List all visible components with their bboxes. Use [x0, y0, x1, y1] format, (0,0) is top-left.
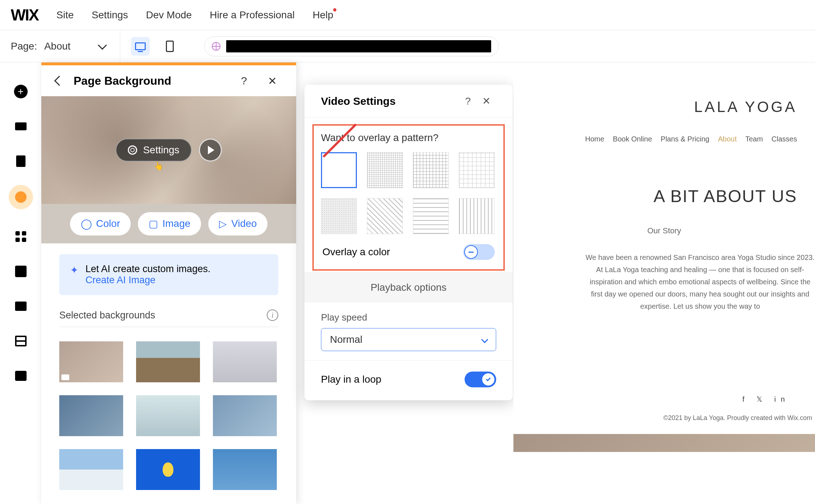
business-button[interactable] — [13, 368, 28, 383]
pages-button[interactable] — [13, 154, 28, 169]
panel-header: Page Background ? ✕ — [41, 65, 296, 96]
about-subheading: Our Story — [513, 206, 815, 235]
bg-thumb[interactable] — [59, 341, 123, 382]
play-speed-label: Play speed — [321, 312, 496, 323]
bg-thumb[interactable] — [59, 395, 123, 436]
bg-thumb[interactable] — [59, 449, 123, 490]
site-footer: ©2021 by LaLa Yoga. Proudly created with… — [513, 403, 815, 422]
panel-title: Page Background — [74, 74, 225, 88]
bg-thumb[interactable] — [136, 341, 200, 382]
about-heading: A BIT ABOUT US — [513, 143, 815, 206]
sections-button[interactable] — [13, 119, 28, 134]
info-icon[interactable]: i — [267, 309, 278, 321]
pattern-vertical[interactable] — [459, 198, 495, 234]
gear-icon — [128, 145, 137, 155]
pattern-grid-fine[interactable] — [367, 152, 403, 188]
linkedin-icon[interactable]: in — [774, 395, 790, 403]
image-icon: ▢ — [149, 218, 158, 230]
nav-team[interactable]: Team — [745, 135, 763, 143]
back-icon[interactable] — [54, 76, 64, 86]
overlay-color-label: Overlay a color — [322, 246, 390, 258]
media-button[interactable] — [13, 299, 28, 314]
close-icon[interactable]: ✕ — [263, 75, 282, 87]
pattern-grid-medium[interactable] — [413, 152, 449, 188]
bg-thumb[interactable] — [213, 395, 277, 436]
nav-about[interactable]: About — [718, 135, 737, 143]
left-rail: + — [0, 62, 41, 504]
nav-book[interactable]: Book Online — [613, 135, 652, 143]
video-icon: ▷ — [219, 218, 227, 230]
settings-button[interactable]: Settings 👆 — [116, 139, 191, 162]
pattern-noise[interactable] — [321, 198, 357, 234]
apps-button[interactable] — [13, 229, 28, 244]
pattern-grid — [321, 152, 496, 234]
bg-thumb[interactable] — [213, 341, 277, 382]
menu-settings[interactable]: Settings — [92, 9, 128, 21]
twitter-icon[interactable]: 𝕏 — [756, 395, 767, 403]
play-speed-select[interactable]: Normal — [321, 328, 496, 351]
overlay-color-toggle[interactable] — [463, 244, 495, 260]
ai-banner-text: Let AI create custom images. — [85, 263, 210, 275]
play-speed-section: Play speed Normal — [304, 303, 513, 361]
video-settings-header: Video Settings ? ✕ — [304, 85, 513, 118]
puzzle-icon — [15, 266, 27, 277]
pattern-horizontal[interactable] — [413, 198, 449, 234]
pattern-none[interactable] — [321, 152, 357, 188]
globe-icon — [212, 42, 220, 51]
add-button[interactable]: + — [13, 84, 28, 99]
facebook-icon[interactable]: f — [742, 395, 750, 403]
wix-logo: WIX — [11, 6, 38, 24]
play-speed-value: Normal — [330, 334, 362, 345]
page-icon — [16, 155, 25, 167]
site-preview: LALA YOGA Home Book Online Plans & Prici… — [513, 62, 815, 504]
background-preview: Settings 👆 — [41, 96, 296, 204]
grid-icon — [15, 231, 26, 242]
panel-accent — [41, 62, 296, 65]
image-icon — [15, 302, 27, 311]
menu-devmode[interactable]: Dev Mode — [146, 9, 192, 21]
nav-home[interactable]: Home — [585, 135, 604, 143]
section-icon — [15, 122, 27, 130]
playback-options-header: Playback options — [304, 272, 513, 303]
tab-image[interactable]: ▢Image — [138, 212, 201, 235]
pattern-checker[interactable] — [459, 152, 495, 188]
bg-thumb[interactable] — [136, 395, 200, 436]
bg-thumb[interactable] — [213, 449, 277, 490]
background-thumbnails — [41, 331, 296, 501]
nav-classes[interactable]: Classes — [772, 135, 797, 143]
bg-thumb[interactable] — [136, 449, 200, 490]
table-icon — [15, 336, 27, 346]
page-selector[interactable]: Page: About — [11, 30, 120, 62]
sparkle-icon: ✦ — [70, 264, 78, 286]
loop-label: Play in a loop — [321, 374, 381, 385]
overlay-highlighted-section: Want to overlay a pattern? Overlay a col… — [312, 124, 505, 271]
menu-hire[interactable]: Hire a Professional — [210, 9, 295, 21]
page-background-panel: Page Background ? ✕ Settings 👆 ◯Color ▢I… — [41, 62, 296, 504]
tab-video[interactable]: ▷Video — [208, 212, 267, 235]
footer-strip — [513, 434, 815, 452]
nav-plans[interactable]: Plans & Pricing — [661, 135, 709, 143]
help-icon[interactable]: ? — [236, 75, 252, 87]
video-settings-title: Video Settings — [321, 95, 459, 107]
about-body: We have been a renowned San Francisco ar… — [513, 235, 815, 312]
desktop-icon — [135, 42, 146, 50]
top-menu: Site Settings Dev Mode Hire a Profession… — [56, 9, 333, 21]
help-icon[interactable]: ? — [459, 95, 476, 107]
loop-toggle[interactable] — [465, 372, 496, 387]
social-icons: f 𝕏 in — [513, 312, 815, 403]
create-ai-image-link[interactable]: Create AI Image — [85, 275, 210, 286]
menu-site[interactable]: Site — [56, 9, 74, 21]
desktop-view-button[interactable] — [131, 37, 150, 56]
addons-button[interactable] — [13, 264, 28, 279]
layout-button[interactable] — [13, 333, 28, 349]
tab-color[interactable]: ◯Color — [70, 212, 131, 235]
url-redacted — [226, 40, 491, 52]
mobile-view-button[interactable] — [160, 37, 179, 56]
play-button[interactable] — [199, 139, 222, 162]
play-icon — [208, 146, 214, 154]
close-icon[interactable]: ✕ — [476, 95, 496, 107]
ai-button[interactable] — [9, 185, 33, 209]
pattern-diagonal[interactable] — [367, 198, 403, 234]
menu-help[interactable]: Help — [313, 9, 334, 21]
top-bar: WIX Site Settings Dev Mode Hire a Profes… — [0, 0, 815, 30]
